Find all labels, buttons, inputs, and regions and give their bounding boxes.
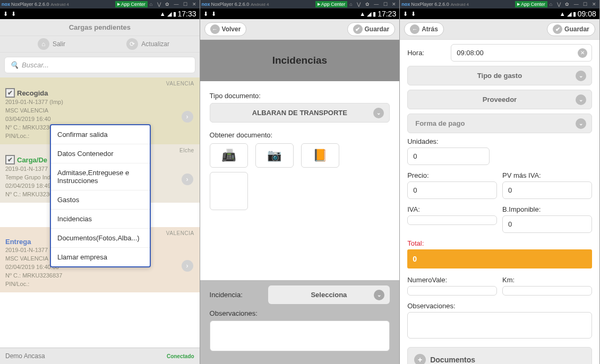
incidencia-section: Incidencia: Selecciona ⌄ Observaciones: [200, 280, 400, 364]
hora-input[interactable]: 09:08:00 ✕ [451, 44, 592, 62]
menu-incidencias[interactable]: Incidencias [51, 210, 150, 229]
clock: 17:33 [178, 10, 196, 18]
signal-icon: ◢ [567, 11, 571, 18]
observaciones-label: Observaciones: [407, 302, 592, 310]
clear-icon[interactable]: ✕ [578, 48, 587, 58]
observaciones-textarea[interactable] [407, 312, 592, 339]
salir-button[interactable]: ⌂Salir [3, 38, 100, 50]
documentos-section[interactable]: + Documentos [407, 347, 592, 364]
chevron-right-icon[interactable]: › [182, 174, 193, 185]
menu-datos-contenedor[interactable]: Datos Contenedor [51, 144, 150, 163]
card-ref: 2019-01-N-1377 (Imp) [5, 98, 194, 106]
city-label: VALENCIA [166, 81, 194, 86]
atras-button[interactable]: ←Atrás [404, 22, 444, 36]
obtener-documento-label: Obtener documento: [210, 131, 390, 139]
tipo-gasto-label: Tipo de gasto [477, 72, 522, 80]
pviva-label: PV más IVA: [502, 171, 592, 179]
chevron-right-icon[interactable]: › [182, 260, 193, 272]
card-nc: Nº C.: MRKU3236837 [5, 271, 194, 280]
app-center-button[interactable]: App Center [515, 1, 547, 7]
volver-label: Volver [222, 25, 241, 33]
download-icon: ⬇ [411, 11, 416, 18]
search-input[interactable]: 🔍 Buscar... [4, 57, 195, 73]
titlebar-text: NoxPlayer 6.2.6.0 [11, 2, 49, 7]
wifi-icon: ▲ [560, 11, 565, 17]
actualizar-button[interactable]: ⟳Actualizar [100, 38, 196, 50]
scan-button[interactable]: 📠 [210, 143, 248, 168]
window-controls[interactable]: ⌂ ⋁ ✿ — ☐ ✕ [349, 2, 398, 7]
toolbar: ←Atrás ✔Guardar [400, 19, 599, 40]
guardar-label: Guardar [365, 25, 390, 33]
tipo-documento-select[interactable]: ALBARAN DE TRANSPORTE ⌄ [210, 103, 390, 123]
menu-gastos[interactable]: Gastos [51, 190, 150, 210]
statusbar: ⬇⬇ ▲◢▮17:33 [0, 8, 200, 19]
toolbar: ←Volver ✔Guardar [200, 19, 400, 40]
menu-documentos[interactable]: Documentos(Fotos,Alba...) [51, 229, 150, 248]
context-menu: Confirmar salida Datos Contenedor Admita… [50, 124, 151, 267]
menu-confirmar-salida[interactable]: Confirmar salida [51, 125, 150, 144]
form-body: Hora: 09:08:00 ✕ Tipo de gasto⌄ Proveedo… [400, 40, 599, 364]
download-icon: ⬇ [203, 11, 208, 18]
incidencia-select[interactable]: Selecciona ⌄ [268, 285, 390, 304]
bimponible-label: B.Imponible: [502, 205, 592, 213]
card-client: MSC VALENCIA [5, 106, 194, 115]
actions-row: ⌂Salir ⟳Actualizar [0, 36, 200, 53]
km-label: Km: [502, 276, 592, 284]
bimponible-input[interactable]: 0 [502, 215, 592, 233]
arrow-left-icon: ← [410, 24, 419, 34]
guardar-button[interactable]: ✔Guardar [547, 22, 595, 36]
tipo-gasto-select[interactable]: Tipo de gasto⌄ [407, 66, 592, 85]
app-center-button[interactable]: App Center [315, 1, 348, 7]
titlebar-text: NoxPlayer 6.2.6.0 [211, 2, 250, 7]
connection-status: Conectado [167, 353, 194, 359]
clock: 09:08 [578, 10, 596, 18]
forma-pago-select[interactable]: Forma de pago⌄ [407, 114, 592, 133]
proveedor-select[interactable]: Proveedor⌄ [407, 90, 592, 109]
actualizar-label: Actualizar [141, 40, 169, 48]
total-value: 0 [407, 249, 592, 268]
archive-button[interactable]: 📙 [301, 143, 339, 168]
arrow-left-icon: ← [210, 24, 220, 34]
city-label: Elche [179, 148, 194, 153]
atras-label: Atrás [422, 25, 438, 33]
observaciones-label: Observaciones: [210, 309, 390, 317]
hora-value: 09:08:00 [457, 49, 484, 57]
chevron-down-icon: ⌄ [374, 290, 384, 300]
chevron-right-icon[interactable]: › [182, 111, 193, 123]
unidades-input[interactable]: 0 [407, 148, 490, 165]
statusbar: ⬇⬇ ▲◢▮09:08 [400, 8, 599, 19]
total-label: Total: [407, 239, 592, 247]
app-center-button[interactable]: App Center [115, 1, 148, 7]
pviva-input[interactable]: 0 [502, 181, 592, 199]
menu-admitase[interactable]: Admitase,Entreguese e Instrucciones [51, 163, 150, 190]
titlebar-text: NoxPlayer 6.2.6.0 [411, 2, 449, 7]
proveedor-label: Proveedor [483, 96, 517, 103]
titlebar: nox NoxPlayer 6.2.6.0 Android 4 App Cent… [400, 0, 599, 8]
guardar-button[interactable]: ✔Guardar [347, 22, 396, 36]
observaciones-textarea[interactable] [210, 320, 390, 351]
chevron-down-icon: ⌄ [576, 94, 586, 105]
km-input[interactable] [502, 286, 592, 296]
volver-button[interactable]: ←Volver [204, 22, 247, 36]
chevron-down-icon: ⌄ [576, 118, 586, 129]
guardar-label: Guardar [564, 25, 589, 33]
window-controls[interactable]: ⌂ ⋁ ✿ — ☐ ✕ [550, 2, 598, 7]
android-badge: Android 4 [451, 2, 469, 7]
pane-incidencias: nox NoxPlayer 6.2.6.0 Android 4 App Cent… [200, 0, 400, 364]
numerovale-input[interactable] [407, 286, 497, 296]
android-badge: Android 4 [251, 2, 269, 7]
android-badge: Android 4 [51, 2, 69, 7]
form-body: Tipo documento: ALBARAN DE TRANSPORTE ⌄ … [200, 81, 400, 280]
forma-pago-label: Forma de pago [415, 119, 465, 127]
menu-llamar-empresa[interactable]: Llamar empresa [51, 248, 150, 266]
window-controls[interactable]: ⌂ ⋁ ✿ — ☐ ✕ [150, 2, 198, 7]
check-icon: ✔ [553, 24, 562, 34]
camera-button[interactable]: 📷 [255, 143, 294, 168]
clock: 17:23 [378, 10, 396, 18]
precio-input[interactable]: 0 [407, 181, 497, 199]
iva-input[interactable] [407, 215, 497, 225]
unidades-label: Unidades: [407, 137, 592, 145]
card-datetime: 03/04/2019 16:40 [5, 115, 194, 123]
signal-icon: ◢ [367, 11, 371, 18]
download-icon: ⬇ [403, 11, 408, 18]
